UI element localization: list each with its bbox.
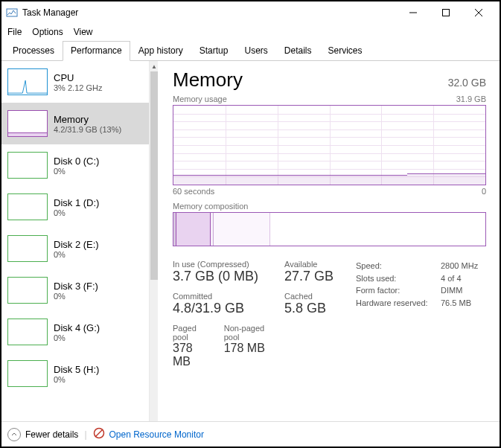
tabs: Processes Performance App history Startu… <box>1 40 500 61</box>
sidebar-item-label: Disk 3 (F:) <box>54 281 98 292</box>
sidebar-item-disk3[interactable]: Disk 3 (F:)0% <box>1 269 149 311</box>
chevron-up-icon[interactable] <box>7 428 21 441</box>
window-title: Task Manager <box>22 7 397 18</box>
speed-value: 2800 MHz <box>441 260 485 272</box>
in-use-value: 3.7 GB (0 MB) <box>173 269 277 284</box>
disk-thumb <box>7 235 48 262</box>
cached-label: Cached <box>284 292 344 301</box>
sidebar-item-label: Disk 0 (C:) <box>54 156 99 167</box>
titlebar[interactable]: Task Manager <box>1 1 500 24</box>
svg-line-4 <box>475 9 482 16</box>
x-axis-right: 0 <box>482 187 486 196</box>
sidebar: CPU3% 2.12 GHz Memory4.2/31.9 GB (13%) D… <box>1 61 158 421</box>
x-axis-left: 60 seconds <box>173 187 214 196</box>
svg-line-3 <box>475 9 482 16</box>
memory-thumb <box>7 110 48 137</box>
hw-value: 76.5 MB <box>441 297 485 310</box>
svg-line-6 <box>95 429 103 437</box>
in-use-label: In use (Compressed) <box>173 260 277 269</box>
sidebar-item-label: Disk 5 (H:) <box>54 364 99 375</box>
sidebar-item-memory[interactable]: Memory4.2/31.9 GB (13%) <box>1 103 149 144</box>
disk-thumb <box>7 277 48 304</box>
capacity-value: 32.0 GB <box>448 77 486 89</box>
tab-startup[interactable]: Startup <box>191 41 237 61</box>
sidebar-item-sub: 0% <box>54 250 99 259</box>
sidebar-item-sub: 0% <box>54 167 99 176</box>
menu-file[interactable]: File <box>7 27 22 37</box>
sidebar-item-sub: 0% <box>54 208 99 217</box>
committed-value: 4.8/31.9 GB <box>173 301 277 316</box>
paged-value: 378 MB <box>173 342 211 368</box>
sidebar-item-sub: 0% <box>54 292 98 301</box>
disk-thumb <box>7 193 48 220</box>
sidebar-item-cpu[interactable]: CPU3% 2.12 GHz <box>1 61 149 103</box>
memory-usage-chart[interactable] <box>173 105 486 185</box>
menubar: File Options View <box>1 24 500 40</box>
sidebar-item-disk4[interactable]: Disk 4 (G:)0% <box>1 311 149 353</box>
footer: Fewer details | Open Resource Monitor <box>1 421 500 447</box>
disk-thumb <box>7 360 48 387</box>
close-button[interactable] <box>462 2 495 23</box>
form-label: Form factor: <box>356 284 438 297</box>
tab-users[interactable]: Users <box>236 41 275 61</box>
sidebar-item-sub: 3% 2.12 GHz <box>54 83 102 92</box>
sidebar-item-sub: 0% <box>54 333 100 342</box>
sidebar-item-label: Disk 1 (D:) <box>54 197 99 208</box>
hw-label: Hardware reserved: <box>356 297 438 310</box>
menu-view[interactable]: View <box>74 27 93 37</box>
scroll-thumb[interactable] <box>150 71 158 280</box>
tab-services[interactable]: Services <box>320 41 371 61</box>
main-panel: Memory 32.0 GB Memory usage 31.9 GB 60 s… <box>158 61 500 421</box>
speed-label: Speed: <box>356 260 438 272</box>
sidebar-item-disk0[interactable]: Disk 0 (C:)0% <box>1 144 149 186</box>
scroll-up-icon[interactable]: ▲ <box>150 61 159 71</box>
slots-value: 4 of 4 <box>441 272 485 285</box>
tab-processes[interactable]: Processes <box>4 41 63 61</box>
app-icon <box>6 7 18 19</box>
disk-thumb <box>7 152 48 179</box>
svg-rect-2 <box>443 10 450 16</box>
usage-label: Memory usage <box>173 95 227 103</box>
maximize-button[interactable] <box>430 2 462 23</box>
sidebar-scrollbar[interactable]: ▲ <box>149 61 158 421</box>
cpu-thumb <box>7 68 48 95</box>
tab-details[interactable]: Details <box>276 41 320 61</box>
sidebar-item-sub: 4.2/31.9 GB (13%) <box>54 125 121 134</box>
cached-value: 5.8 GB <box>284 301 344 316</box>
tab-performance[interactable]: Performance <box>63 41 130 61</box>
menu-options[interactable]: Options <box>32 27 63 37</box>
sidebar-item-label: Memory <box>54 114 121 125</box>
sidebar-item-disk2[interactable]: Disk 2 (E:)0% <box>1 228 149 269</box>
resource-monitor-icon[interactable] <box>93 427 105 441</box>
sidebar-item-label: Disk 4 (G:) <box>54 322 100 333</box>
available-value: 27.7 GB <box>284 269 344 284</box>
sidebar-item-sub: 0% <box>54 375 99 384</box>
usage-max: 31.9 GB <box>456 95 486 103</box>
disk-thumb <box>7 319 48 345</box>
slots-label: Slots used: <box>356 272 438 285</box>
minimize-button[interactable] <box>397 2 430 23</box>
committed-label: Committed <box>173 292 277 301</box>
nonpaged-label: Non-paged pool <box>224 324 277 342</box>
nonpaged-value: 178 MB <box>224 342 277 355</box>
sidebar-item-label: CPU <box>54 72 102 83</box>
separator: | <box>84 429 86 440</box>
sidebar-item-disk1[interactable]: Disk 1 (D:)0% <box>1 186 149 228</box>
sidebar-item-label: Disk 2 (E:) <box>54 239 99 250</box>
sidebar-item-disk5[interactable]: Disk 5 (H:)0% <box>1 353 149 394</box>
paged-label: Paged pool <box>173 324 211 342</box>
fewer-details-link[interactable]: Fewer details <box>25 429 78 440</box>
available-label: Available <box>284 260 344 269</box>
open-resource-monitor-link[interactable]: Open Resource Monitor <box>109 429 204 440</box>
composition-label: Memory composition <box>173 202 486 211</box>
memory-composition-chart[interactable] <box>173 212 486 246</box>
tab-app-history[interactable]: App history <box>130 41 191 61</box>
form-value: DIMM <box>441 284 485 297</box>
page-title: Memory <box>173 68 243 92</box>
